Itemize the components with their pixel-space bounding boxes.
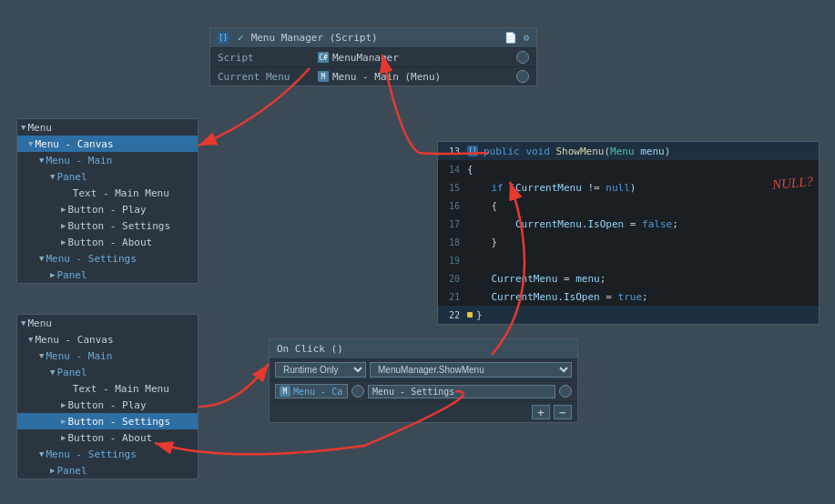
arrow-icon: ▼ [39, 351, 44, 360]
code-content-18: } [467, 237, 497, 248]
onclick-param-label: Menu - Settings [372, 387, 454, 397]
arrow-hierarchy-to-onclick [199, 364, 269, 407]
line-number-20: 20 [442, 274, 467, 284]
arrow-icon: ▶ [61, 237, 66, 247]
tree-menu-bottom[interactable]: ▼ Menu [17, 315, 198, 331]
tree-button-settings-bottom[interactable]: ▶ Button - Settings [17, 413, 198, 429]
tree-button-about-bottom[interactable]: ▶ Button - About [17, 429, 198, 446]
script-panel-title: Menu Manager (Script) [251, 32, 378, 44]
arrow-icon: ▶ [61, 205, 66, 214]
tree-menu-settings-bottom-label: Menu - Settings [46, 449, 136, 460]
tree-menu-bottom-label: Menu [27, 318, 52, 329]
tree-panel-settings-label: Panel [56, 269, 87, 281]
onclick-add-button[interactable]: + [532, 405, 550, 419]
code-line-22: 22 } [438, 306, 819, 324]
code-line-19: 19 [438, 251, 819, 269]
arrow-icon: ▶ [50, 270, 55, 279]
code-line-13: 13 [] public void ShowMenu(Menu menu) [438, 142, 819, 160]
tree-button-play-bottom[interactable]: ▶ Button - Play [17, 397, 198, 413]
code-content-22: } [476, 309, 483, 321]
obj-icon: M [280, 386, 290, 397]
code-line-14: 14 { [438, 160, 819, 178]
script-label: Script [218, 52, 318, 64]
code-content-14: { [467, 164, 474, 176]
tree-button-play-label: Button - Play [67, 204, 146, 216]
script-bracket-icon: [] [218, 33, 229, 44]
onclick-panel: On Click () Runtime Only Off Editor And … [269, 338, 578, 423]
hierarchy-panel-top: ▼ Menu ▼ Menu - Canvas ▼ Menu - Main ▼ P… [16, 118, 199, 284]
current-menu-circle-button[interactable] [516, 70, 529, 83]
function-select[interactable]: MenuManager.ShowMenu [370, 362, 572, 378]
arrow-icon: ▼ [28, 335, 33, 344]
line-number-21: 21 [442, 292, 467, 302]
arrow-icon: ▼ [39, 156, 44, 165]
tree-text-main-menu-bottom[interactable]: Text - Main Menu [17, 380, 198, 397]
tree-menu-main-top[interactable]: ▼ Menu - Main [17, 152, 198, 168]
code-content-17: CurrentMenu.IsOpen = false; [467, 218, 678, 230]
script-value-text: MenuManager [332, 52, 399, 64]
onclick-header: On Click () [270, 339, 577, 359]
current-menu-label: Current Menu [218, 71, 318, 83]
script-panel-header: [] ✓ Menu Manager (Script) 📄 ⚙ [210, 28, 536, 47]
script-panel-icons[interactable]: 📄 ⚙ [504, 32, 529, 44]
tree-panel-settings-top[interactable]: ▶ Panel [17, 267, 198, 283]
line-number-22: 22 [442, 310, 467, 320]
tree-menu-canvas-bottom[interactable]: ▼ Menu - Canvas [17, 331, 198, 348]
script-row: Script C# MenuManager [210, 47, 536, 66]
tree-menu-main-label: Menu - Main [46, 155, 112, 166]
tree-button-settings-bottom-label: Button - Settings [67, 416, 170, 428]
code-line-17: 17 CurrentMenu.IsOpen = false; [438, 215, 819, 233]
tree-button-settings-label: Button - Settings [67, 220, 170, 232]
code-content-21: CurrentMenu.IsOpen = true; [467, 291, 648, 303]
script-panel: [] ✓ Menu Manager (Script) 📄 ⚙ Script C#… [209, 27, 537, 86]
tree-menu-settings-bottom[interactable]: ▼ Menu - Settings [17, 446, 198, 462]
script-panel-gear-icon[interactable]: ⚙ [523, 32, 529, 44]
tree-panel-settings-bottom[interactable]: ▶ Panel [17, 462, 198, 479]
tree-panel-top[interactable]: ▼ Panel [17, 168, 198, 185]
tree-panel-bottom[interactable]: ▼ Panel [17, 364, 198, 380]
line-number-17: 17 [442, 219, 467, 229]
code-content-19 [467, 255, 474, 267]
script-circle-button[interactable] [516, 51, 529, 64]
current-menu-value: M Menu - Main (Menu) [318, 70, 529, 83]
onclick-object-label: Menu - Ca [293, 387, 342, 397]
tree-menu-canvas-top[interactable]: ▼ Menu - Canvas [17, 136, 198, 152]
arrow-icon [61, 188, 71, 197]
onclick-runtime-row: Runtime Only Off Editor And Runtime Menu… [270, 359, 577, 381]
tree-menu-top[interactable]: ▼ Menu [17, 119, 198, 136]
onclick-obj-circle[interactable] [351, 385, 364, 398]
arrow-icon: ▼ [28, 139, 33, 148]
line-number-16: 16 [442, 201, 467, 211]
arrow-icon: ▼ [39, 254, 44, 263]
tree-button-settings-top[interactable]: ▶ Button - Settings [17, 217, 198, 234]
onclick-object-field[interactable]: M Menu - Ca [275, 384, 348, 398]
code-content-15: if (CurrentMenu != null) [467, 182, 636, 194]
tree-button-about-label: Button - About [67, 237, 152, 248]
runtime-select[interactable]: Runtime Only Off Editor And Runtime [275, 362, 366, 378]
arrow-icon: ▼ [21, 123, 25, 132]
code-line-21: 21 CurrentMenu.IsOpen = true; [438, 287, 819, 306]
tree-menu-main-bottom[interactable]: ▼ Menu - Main [17, 348, 198, 364]
tree-button-play-top[interactable]: ▶ Button - Play [17, 201, 198, 217]
script-panel-doc-icon[interactable]: 📄 [504, 32, 517, 44]
onclick-param-row: M Menu - Ca Menu - Settings [270, 381, 577, 402]
onclick-remove-button[interactable]: − [554, 405, 572, 419]
menu-file-icon: M [318, 71, 329, 82]
onclick-param-circle[interactable] [559, 385, 572, 398]
tree-panel-bottom-label: Panel [56, 367, 87, 378]
tree-button-about-top[interactable]: ▶ Button - About [17, 234, 198, 250]
tree-menu-main-bottom-label: Menu - Main [46, 350, 112, 362]
arrow-icon: ▼ [21, 318, 25, 328]
script-value: C# MenuManager [318, 51, 529, 64]
code-content-13: public void ShowMenu(Menu menu) [484, 146, 670, 157]
code-line-15: 15 if (CurrentMenu != null) [438, 178, 819, 197]
tree-menu-settings-top[interactable]: ▼ Menu - Settings [17, 250, 198, 267]
tree-text-label: Text - Main Menu [73, 187, 169, 199]
arrow-icon [61, 384, 71, 393]
arrow-icon: ▼ [39, 449, 44, 459]
tree-text-main-menu-top[interactable]: Text - Main Menu [17, 185, 198, 201]
tree-menu-settings-label: Menu - Settings [46, 253, 136, 265]
tree-text-bottom-label: Text - Main Menu [73, 383, 169, 395]
script-panel-header-left: [] ✓ Menu Manager (Script) [218, 32, 378, 44]
onclick-footer: + − [270, 402, 577, 422]
